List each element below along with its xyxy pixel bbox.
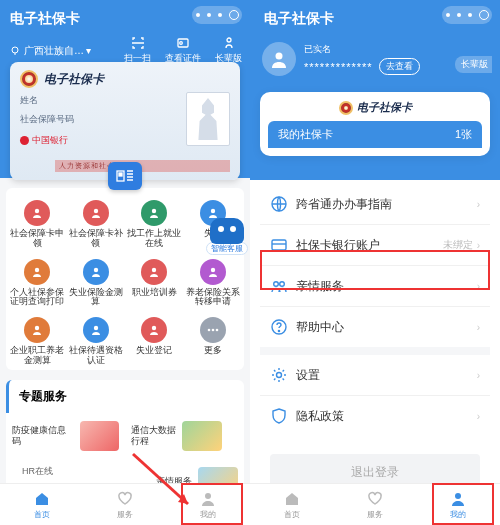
list-item-1[interactable]: 社保卡银行账户未绑定›: [260, 224, 490, 265]
list-right: ›: [477, 322, 480, 333]
svg-point-19: [215, 329, 218, 332]
shield-icon: [270, 407, 288, 425]
illustration-icon: [182, 421, 222, 451]
emblem-icon: [339, 101, 353, 115]
badge-icon: [176, 36, 190, 50]
list-item-0[interactable]: 跨省通办办事指南›: [260, 184, 490, 224]
service-item-1[interactable]: 通信大数据 行程: [125, 413, 244, 459]
elder-mode[interactable]: 长辈版: [455, 56, 492, 73]
svg-point-21: [276, 53, 283, 60]
chevron-right-icon: ›: [477, 370, 480, 381]
location-text: 广西壮族自…: [24, 44, 84, 58]
grid-icon: [141, 200, 167, 226]
grid-label: 个人社保参保 证明查询打印: [10, 288, 64, 308]
grid-icon: [83, 200, 109, 226]
grid-item-2[interactable]: 找工作上就业 在线: [125, 200, 184, 249]
view-cred-action[interactable]: 查看证件: [165, 36, 201, 65]
grid-item-7[interactable]: 养老保险关系 转移申请: [184, 259, 243, 308]
tab-label: 我的: [450, 509, 466, 520]
service-item-0[interactable]: 防疫健康信息码: [6, 413, 125, 459]
miniprogram-capsule[interactable]: [442, 6, 492, 24]
bottom-tab-left: 首页服务我的: [0, 483, 250, 525]
svg-point-28: [277, 373, 282, 378]
svg-point-0: [12, 47, 18, 53]
list-item-3[interactable]: 帮助中心›: [260, 306, 490, 347]
grid-icon: [200, 259, 226, 285]
home-icon: [33, 490, 51, 508]
grid-item-0[interactable]: 社会保障卡申 领: [8, 200, 67, 249]
list-label: 社保卡银行账户: [296, 237, 380, 254]
right-header: 电子社保卡 已实名 ************* 去查看 长辈版 电子社保卡 我的…: [250, 0, 500, 180]
card-title: 电子社保卡: [44, 71, 104, 88]
list-item-2[interactable]: 亲情服务›: [260, 265, 490, 306]
illustration-icon: [80, 421, 119, 451]
list-right: ›: [477, 281, 480, 292]
smart-service[interactable]: 智能客服: [206, 218, 248, 255]
verified-tag: 已实名: [304, 43, 420, 56]
grid-item-6[interactable]: 职业培训券: [125, 259, 184, 308]
svg-point-29: [455, 493, 461, 499]
tab-label: 我的: [200, 509, 216, 520]
topic-services: 防疫健康信息码 通信大数据 行程: [6, 413, 244, 459]
grid-label: 失业登记: [136, 346, 172, 356]
person-icon: [449, 490, 467, 508]
miniprogram-capsule[interactable]: [192, 6, 242, 24]
person-icon: [199, 490, 217, 508]
svg-point-27: [278, 330, 279, 331]
tab-服务[interactable]: 服务: [83, 484, 166, 525]
qr-button[interactable]: [108, 162, 142, 190]
right-screen: 电子社保卡 已实名 ************* 去查看 长辈版 电子社保卡 我的…: [250, 0, 500, 525]
chevron-right-icon: ›: [477, 199, 480, 210]
svg-point-14: [35, 326, 39, 330]
svg-rect-23: [272, 240, 286, 250]
svg-point-9: [211, 209, 215, 213]
scan-action[interactable]: 扫一扫: [124, 36, 151, 65]
list-item-4[interactable]: 设置›: [260, 355, 490, 395]
location-picker[interactable]: 广西壮族自… ▾: [8, 44, 91, 58]
chevron-right-icon: ›: [477, 240, 480, 251]
grid-item-5[interactable]: 失业保险金测 算: [67, 259, 126, 308]
tab-我的[interactable]: 我的: [167, 484, 250, 525]
list-label: 设置: [296, 367, 320, 384]
svg-point-7: [94, 209, 98, 213]
grid-label: 职业培训券: [132, 288, 177, 298]
svg-point-12: [152, 267, 156, 271]
grid-item-8[interactable]: 企业职工养老 金测算: [8, 317, 67, 366]
grid-item-10[interactable]: 失业登记: [125, 317, 184, 366]
grid-item-1[interactable]: 社会保障卡补 领: [67, 200, 126, 249]
tab-我的[interactable]: 我的: [417, 484, 500, 525]
tab-首页[interactable]: 首页: [250, 484, 333, 525]
tab-首页[interactable]: 首页: [0, 484, 83, 525]
list-right: ›: [477, 411, 480, 422]
svg-point-20: [205, 493, 211, 499]
list-label: 跨省通办办事指南: [296, 196, 392, 213]
svg-point-6: [35, 209, 39, 213]
svg-rect-5: [119, 173, 122, 176]
section-header: 专题服务: [6, 380, 244, 413]
grid-label: 失业保险金测 算: [69, 288, 123, 308]
grid-item-4[interactable]: 个人社保参保 证明查询打印: [8, 259, 67, 308]
tab-label: 首页: [34, 509, 50, 520]
grid-label: 养老保险关系 转移申请: [186, 288, 240, 308]
tab-服务[interactable]: 服务: [333, 484, 416, 525]
list-item-5[interactable]: 隐私政策›: [260, 395, 490, 436]
svg-point-3: [227, 38, 231, 42]
card-strip: 人力资源和社会保障部: [55, 160, 230, 172]
view-button[interactable]: 去查看: [379, 58, 420, 75]
grid-label: 找工作上就业 在线: [127, 229, 181, 249]
grid-icon: [200, 317, 226, 343]
help-icon: [270, 318, 288, 336]
elder-action[interactable]: 长辈版: [215, 36, 242, 65]
list-right: 未绑定›: [443, 238, 480, 252]
card-panel[interactable]: 电子社保卡 我的社保卡1张: [260, 92, 490, 156]
home-icon: [283, 490, 301, 508]
svg-point-16: [152, 326, 156, 330]
grid-item-9[interactable]: 社保待遇资格 认证: [67, 317, 126, 366]
svg-point-10: [35, 267, 39, 271]
grid-label: 社会保障卡申 领: [10, 229, 64, 249]
list-label: 亲情服务: [296, 278, 344, 295]
grid-icon: [83, 259, 109, 285]
svg-point-13: [211, 267, 215, 271]
photo-placeholder: [186, 92, 230, 146]
grid-item-11[interactable]: 更多: [184, 317, 243, 366]
